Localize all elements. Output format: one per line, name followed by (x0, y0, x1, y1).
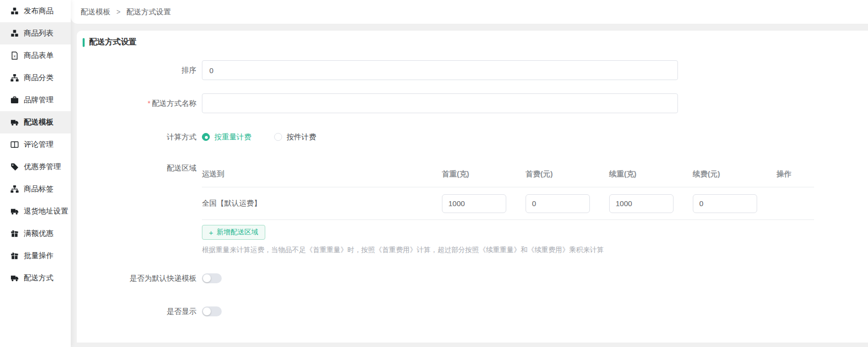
sort-input[interactable] (202, 60, 678, 80)
sidebar-item-label: 品牌管理 (24, 95, 53, 105)
col-header-destination: 运送到 (202, 170, 442, 179)
title-accent-bar (83, 38, 85, 47)
extra-fee-input[interactable] (693, 194, 757, 213)
first-fee-input[interactable] (526, 194, 590, 213)
columns-icon (10, 140, 19, 149)
sidebar-item-label: 评论管理 (24, 140, 53, 149)
sort-label: 排序 (83, 60, 196, 80)
sidebar-item[interactable]: 商品列表 (0, 22, 71, 44)
freight-table: 运送到 首重(克) 首费(元) 续重(克) 续费(元) 操作 全国【默认运费】 (202, 163, 814, 220)
sidebar-item[interactable]: 退货地址设置 (0, 200, 71, 222)
truck-icon (10, 118, 19, 127)
radio-by-weight[interactable]: 按重量计费 (202, 132, 251, 142)
sidebar-item[interactable]: 优惠券管理 (0, 156, 71, 178)
breadcrumb: 配送模板 > 配送方式设置 (81, 7, 171, 17)
sidebar-item[interactable]: 满额优惠 (0, 222, 71, 245)
calc-method-label: 计算方式 (83, 132, 196, 142)
visible-label: 是否显示 (83, 306, 196, 316)
briefcase-icon (10, 96, 19, 104)
table-row: 全国【默认运费】 (202, 187, 814, 220)
name-label: *配送方式名称 (83, 93, 196, 113)
required-asterisk: * (147, 99, 150, 107)
sidebar-item-label: 配送模板 (24, 118, 53, 127)
sidebar-item[interactable]: x商品表单 (0, 44, 71, 67)
sidebar-item[interactable]: 商品分类 (0, 67, 71, 89)
sidebar-item[interactable]: 品牌管理 (0, 89, 71, 111)
sidebar-item-label: 商品标签 (24, 184, 53, 194)
sidebar-item[interactable]: 配送模板 (0, 111, 71, 133)
col-header-actions: 操作 (776, 170, 815, 179)
plus-icon: + (209, 229, 213, 236)
breadcrumb-item-shipping-template[interactable]: 配送模板 (81, 7, 110, 16)
radio-icon (274, 133, 282, 141)
svg-text:x: x (14, 54, 16, 58)
section-header: 配送方式设置 (83, 37, 868, 47)
sidebar-item-label: 退货地址设置 (24, 207, 68, 216)
sidebar-item-label: 发布商品 (24, 6, 53, 16)
sitemap-icon (10, 185, 19, 193)
freight-table-header: 运送到 首重(克) 首费(元) 续重(克) 续费(元) 操作 (202, 163, 814, 187)
sort-row: 排序 (83, 60, 868, 80)
sidebar-item-label: 商品表单 (24, 51, 53, 60)
default-template-row: 是否为默认快递模板 (83, 273, 868, 283)
sidebar-item-label: 优惠券管理 (24, 162, 61, 172)
sidebar-item-label: 商品分类 (24, 73, 53, 83)
sitemap-icon (10, 74, 19, 82)
name-row: *配送方式名称 (83, 93, 868, 113)
col-header-first-fee: 首费(元) (526, 170, 609, 179)
freight-help-text: 根据重量来计算运费，当物品不足《首重重量》时，按照《首重费用》计算，超过部分按照… (202, 246, 814, 255)
add-region-button[interactable]: + 新增配送区域 (202, 225, 265, 240)
calc-method-options: 按重量计费 按件计费 (202, 132, 339, 142)
sidebar-item-label: 批量操作 (24, 251, 53, 260)
cubes-icon (10, 29, 19, 38)
sidebar-item-label: 商品列表 (24, 29, 53, 38)
toggle-knob (203, 307, 211, 315)
breadcrumb-item-current: 配送方式设置 (127, 7, 171, 16)
extra-weight-input[interactable] (609, 194, 674, 213)
app-window: 发布商品商品列表x商品表单商品分类品牌管理配送模板评论管理优惠券管理商品标签退货… (0, 0, 868, 347)
file-icon: x (10, 51, 19, 60)
sidebar-item-label: 满额优惠 (24, 229, 53, 238)
sidebar-item[interactable]: 商品标签 (0, 178, 71, 200)
radio-icon (202, 133, 210, 141)
truck-icon (10, 207, 19, 216)
radio-by-piece[interactable]: 按件计费 (274, 132, 316, 142)
sidebar-item-label: 配送方式 (24, 273, 53, 283)
truck-icon (10, 274, 19, 282)
tag-icon (10, 163, 19, 171)
sidebar-item[interactable]: 评论管理 (0, 133, 71, 156)
sidebar: 发布商品商品列表x商品表单商品分类品牌管理配送模板评论管理优惠券管理商品标签退货… (0, 0, 71, 347)
gift-icon (10, 229, 19, 238)
visible-toggle[interactable] (202, 306, 222, 316)
delivery-name-input[interactable] (202, 93, 678, 113)
col-header-first-weight: 首重(克) (442, 170, 526, 179)
first-weight-input[interactable] (442, 194, 506, 213)
destination-cell: 全国【默认运费】 (202, 199, 442, 208)
sidebar-item[interactable]: 批量操作 (0, 245, 71, 267)
region-row: 配送区域 运送到 首重(克) 首费(元) 续重(克) 续费(元) 操作 全国【默… (83, 163, 868, 255)
default-template-label: 是否为默认快递模板 (83, 273, 196, 283)
default-template-toggle[interactable] (202, 273, 222, 283)
breadcrumb-bar: 配送模板 > 配送方式设置 (71, 0, 868, 24)
calc-method-row: 计算方式 按重量计费 按件计费 (83, 132, 868, 142)
breadcrumb-separator: > (116, 8, 120, 16)
gift-icon (10, 252, 19, 260)
col-header-extra-weight: 续重(克) (609, 170, 693, 179)
cubes-icon (10, 7, 19, 15)
sidebar-item[interactable]: 发布商品 (0, 0, 71, 22)
toggle-knob (203, 274, 211, 282)
col-header-extra-fee: 续费(元) (693, 170, 776, 179)
page-title: 配送方式设置 (89, 37, 137, 47)
sidebar-item[interactable]: 配送方式 (0, 267, 71, 289)
visible-row: 是否显示 (83, 306, 868, 316)
content-panel: 配送方式设置 排序 *配送方式名称 计算方式 按重量计费 (77, 31, 868, 343)
region-label: 配送区域 (83, 163, 196, 255)
